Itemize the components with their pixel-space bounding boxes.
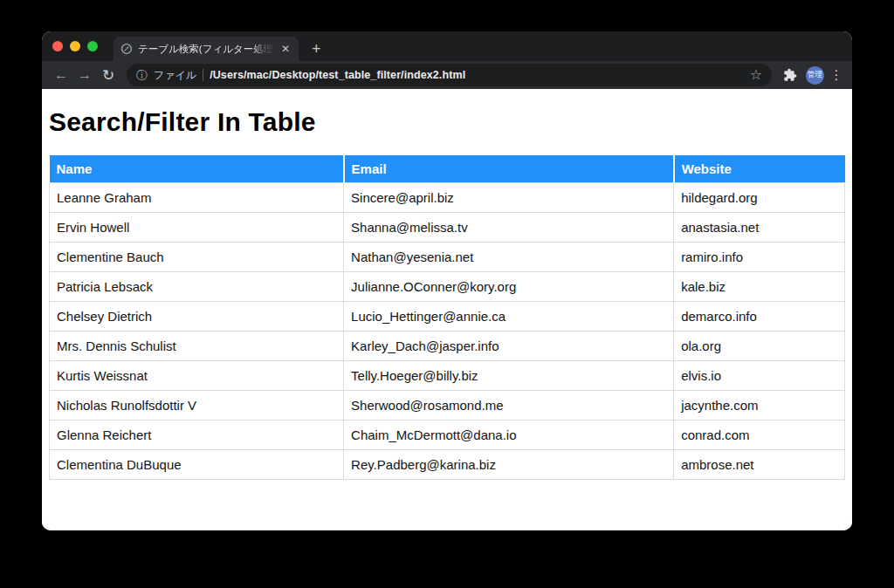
cell-name: Clementina DuBuque bbox=[50, 450, 344, 480]
page-title: Search/Filter In Table bbox=[49, 107, 845, 137]
tab-close-icon[interactable]: ✕ bbox=[279, 43, 292, 55]
minimize-window-button[interactable] bbox=[70, 41, 80, 51]
cell-name: Mrs. Dennis Schulist bbox=[50, 332, 344, 361]
cell-website: anastasia.net bbox=[674, 213, 845, 243]
cell-email: Telly.Hoeger@billy.biz bbox=[344, 361, 674, 391]
cell-website: demarco.info bbox=[674, 302, 845, 332]
table-row: Nicholas Runolfsdottir V Sherwood@rosamo… bbox=[50, 391, 845, 420]
cell-email: Rey.Padberg@karina.biz bbox=[344, 450, 674, 480]
column-header-name: Name bbox=[50, 155, 344, 183]
traffic-lights bbox=[42, 41, 108, 51]
cell-name: Kurtis Weissnat bbox=[50, 361, 344, 391]
cell-website: ola.org bbox=[674, 332, 845, 361]
cell-website: hildegard.org bbox=[674, 183, 845, 213]
cell-email: Lucio_Hettinger@annie.ca bbox=[344, 302, 674, 332]
cell-email: Sherwood@rosamond.me bbox=[344, 391, 674, 420]
user-table: Name Email Website Leanne Graham Sincere… bbox=[49, 155, 845, 480]
column-header-email: Email bbox=[344, 155, 674, 183]
forward-icon[interactable]: → bbox=[73, 68, 96, 82]
new-tab-button[interactable]: + bbox=[312, 41, 321, 57]
cell-website: ramiro.info bbox=[674, 243, 845, 272]
cell-website: conrad.com bbox=[674, 420, 845, 450]
tab-strip: テーブル検索(フィルター処理)を行 ✕ + bbox=[42, 31, 852, 61]
back-icon[interactable]: ← bbox=[50, 68, 72, 82]
table-row: Mrs. Dennis Schulist Karley_Dach@jasper.… bbox=[50, 332, 845, 361]
table-header-row: Name Email Website bbox=[50, 155, 845, 183]
table-row: Chelsey Dietrich Lucio_Hettinger@annie.c… bbox=[50, 302, 845, 332]
url-text[interactable]: /Users/mac/Desktop/test_table_filter/ind… bbox=[210, 69, 744, 81]
table-row: Patricia Lebsack Julianne.OConner@kory.o… bbox=[50, 272, 845, 302]
url-scheme-label: ファイル bbox=[154, 68, 196, 83]
table-row: Clementine Bauch Nathan@yesenia.net rami… bbox=[50, 243, 845, 272]
bookmark-star-icon[interactable]: ☆ bbox=[750, 68, 762, 82]
table-row: Leanne Graham Sincere@april.biz hildegar… bbox=[50, 183, 845, 213]
browser-toolbar: ← → ↻ ⓘ ファイル /Users/mac/Desktop/test_tab… bbox=[42, 61, 852, 89]
browser-window: テーブル検索(フィルター処理)を行 ✕ + ← → ↻ ⓘ ファイル /User… bbox=[42, 31, 852, 530]
cell-email: Nathan@yesenia.net bbox=[344, 243, 674, 272]
tab-favicon-icon bbox=[120, 43, 133, 55]
table-row: Kurtis Weissnat Telly.Hoeger@billy.biz e… bbox=[50, 361, 845, 391]
site-info-icon[interactable]: ⓘ bbox=[136, 70, 148, 81]
cell-email: Julianne.OConner@kory.org bbox=[344, 272, 674, 302]
cell-email: Sincere@april.biz bbox=[344, 183, 674, 213]
cell-name: Leanne Graham bbox=[50, 183, 344, 213]
table-row: Glenna Reichert Chaim_McDermott@dana.io … bbox=[50, 420, 845, 450]
table-row: Ervin Howell Shanna@melissa.tv anastasia… bbox=[50, 213, 845, 243]
cell-name: Nicholas Runolfsdottir V bbox=[50, 391, 344, 420]
cell-name: Clementine Bauch bbox=[50, 243, 344, 272]
close-window-button[interactable] bbox=[52, 41, 63, 51]
cell-website: kale.biz bbox=[674, 272, 845, 302]
profile-avatar[interactable]: 管理 bbox=[806, 66, 824, 85]
cell-name: Glenna Reichert bbox=[50, 420, 344, 450]
page-content: Search/Filter In Table Name Email Websit… bbox=[42, 107, 852, 530]
extensions-puzzle-icon[interactable] bbox=[779, 68, 801, 82]
cell-email: Chaim_McDermott@dana.io bbox=[344, 420, 674, 450]
cell-website: ambrose.net bbox=[674, 450, 845, 480]
address-bar-divider bbox=[203, 69, 203, 81]
column-header-website: Website bbox=[674, 155, 845, 183]
cell-name: Chelsey Dietrich bbox=[50, 302, 344, 332]
zoom-window-button[interactable] bbox=[87, 41, 98, 51]
address-bar[interactable]: ⓘ ファイル /Users/mac/Desktop/test_table_fil… bbox=[127, 64, 772, 86]
cell-website: jacynthe.com bbox=[674, 391, 845, 420]
cell-website: elvis.io bbox=[674, 361, 845, 391]
cell-email: Shanna@melissa.tv bbox=[344, 213, 674, 243]
tab-title: テーブル検索(フィルター処理)を行 bbox=[138, 43, 274, 56]
cell-email: Karley_Dach@jasper.info bbox=[344, 332, 674, 361]
cell-name: Ervin Howell bbox=[50, 213, 344, 243]
reload-icon[interactable]: ↻ bbox=[97, 68, 120, 83]
kebab-menu-icon[interactable]: ⋮ bbox=[829, 67, 844, 83]
table-row: Clementina DuBuque Rey.Padberg@karina.bi… bbox=[50, 450, 845, 480]
cell-name: Patricia Lebsack bbox=[50, 272, 344, 302]
browser-tab[interactable]: テーブル検索(フィルター処理)を行 ✕ bbox=[113, 37, 299, 61]
